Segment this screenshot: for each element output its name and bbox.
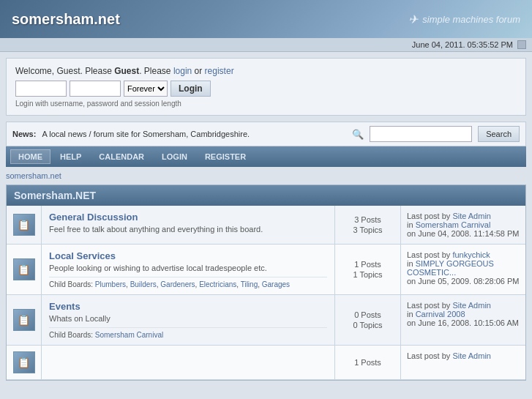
board-posts: 1 Posts	[341, 260, 394, 269]
nav-help[interactable]: HELP	[52, 149, 89, 164]
board-topics: 1 Topics	[341, 270, 394, 279]
board-row: 📋 Events Whats on Locally Child Boards: …	[7, 295, 525, 346]
board-stats-cell: 1 Posts 1 Topics	[335, 245, 401, 294]
login-hint: Login with username, password and sessio…	[15, 100, 517, 108]
login-row: Forever Login	[15, 81, 517, 97]
last-post-in-label: in	[407, 310, 416, 318]
register-link[interactable]: register	[205, 66, 234, 76]
login-link[interactable]: login	[173, 66, 192, 76]
board-name: General Discussion	[49, 212, 327, 223]
board-info-cell	[42, 346, 335, 379]
session-select[interactable]: Forever	[124, 81, 168, 97]
child-board-link[interactable]: Plumbers	[95, 280, 126, 288]
last-post-user[interactable]: Site Admin	[452, 301, 491, 310]
board-info-cell: Events Whats on Locally Child Boards: So…	[42, 295, 335, 345]
smf-logo: ✈ simple machines forum	[408, 12, 520, 26]
board-stats-cell: 1 Posts	[335, 346, 401, 379]
board-icon-cell: 📋	[7, 206, 42, 244]
datetime-text: June 04, 2011. 05:35:52 PM	[412, 40, 513, 49]
last-post-in-label: in	[407, 259, 416, 268]
board-status-icon: 📋	[18, 219, 30, 231]
welcome-label: Welcome, Guest. Please	[15, 66, 114, 76]
board-row: 📋 General Discussion Feel free to talk a…	[7, 206, 525, 245]
last-post-topic[interactable]: Carnival 2008	[416, 310, 465, 318]
board-posts: 1 Posts	[341, 358, 394, 367]
last-post-user[interactable]: Site Admin	[452, 212, 491, 220]
welcome-text: Welcome, Guest. Please Guest. Please log…	[15, 66, 517, 76]
nav-register[interactable]: REGISTER	[197, 149, 254, 164]
last-post-on: on June 04, 2008. 11:14:58 PM	[407, 229, 520, 238]
board-icon-cell: 📋	[7, 346, 42, 379]
board-status-icon: 📋	[18, 314, 30, 326]
nav-calendar[interactable]: CALENDAR	[91, 149, 152, 164]
datetime-bar: June 04, 2011. 05:35:52 PM	[0, 38, 532, 52]
board-last-post-cell: Last post by Site Admin	[401, 346, 525, 379]
search-button[interactable]: Search	[478, 126, 520, 142]
guest-label: Guest	[114, 66, 139, 76]
board-row: 📋 Local Services People looking or wishi…	[7, 245, 525, 295]
nav-login[interactable]: LOGIN	[154, 149, 195, 164]
login-box: Welcome, Guest. Please Guest. Please log…	[6, 58, 526, 116]
last-post-user[interactable]: Site Admin	[452, 351, 491, 360]
board-topics: 0 Topics	[341, 321, 394, 329]
board-name: Local Services	[49, 250, 327, 261]
news-text: A local news / forum site for Somersham,…	[42, 130, 346, 138]
board-row: 📋 1 Posts Last post by Site Admin	[7, 346, 525, 380]
last-post-by-label: Last post by	[407, 212, 452, 220]
board-name-link[interactable]: Local Services	[49, 250, 116, 261]
child-boards-label: Child Boards:	[49, 280, 93, 288]
breadcrumb: somersham.net	[0, 167, 532, 184]
board-posts: 0 Posts	[341, 310, 394, 319]
child-board-link[interactable]: Gardeners	[160, 280, 195, 288]
board-desc: People looking or wishing to advertise l…	[49, 264, 327, 272]
last-post-by-label: Last post by	[407, 301, 452, 310]
search-input[interactable]	[370, 126, 472, 142]
breadcrumb-home[interactable]: somersham.net	[6, 171, 61, 180]
board-topics: 3 Topics	[341, 225, 394, 234]
board-last-post-cell: Last post by Site Admin in Carnival 2008…	[401, 295, 525, 345]
board-icon: 📋	[13, 258, 35, 280]
board-name-link[interactable]: Events	[49, 301, 80, 312]
username-input[interactable]	[15, 81, 67, 97]
board-desc: Feel free to talk about anything and eve…	[49, 225, 327, 234]
login-button[interactable]: Login	[171, 81, 211, 97]
board-stats-cell: 3 Posts 3 Topics	[335, 206, 401, 244]
child-board-link[interactable]: Electricians	[199, 280, 236, 288]
child-boards: Child Boards: Plumbers, Builders, Garden…	[49, 277, 327, 288]
last-post-in-label: in	[407, 220, 416, 229]
board-icon-cell: 📋	[7, 295, 42, 345]
board-last-post-cell: Last post by funkychick in SIMPLY GORGEO…	[401, 245, 525, 294]
last-post-by-label: Last post by	[407, 351, 452, 360]
child-board-link[interactable]: Somersham Carnival	[95, 331, 163, 339]
board-status-icon: 📋	[18, 357, 30, 368]
nav-bar: HOME HELP CALENDAR LOGIN REGISTER	[6, 146, 526, 167]
plane-icon: ✈	[408, 12, 418, 26]
forum-header: Somersham.NET	[7, 185, 525, 206]
last-post-on: on June 05, 2009. 08:28:06 PM	[407, 277, 520, 286]
board-last-post-cell: Last post by Site Admin in Somersham Car…	[401, 206, 525, 244]
last-post-user[interactable]: funkychick	[452, 250, 490, 259]
child-board-link[interactable]: Builders	[130, 280, 157, 288]
board-icon: 📋	[13, 214, 35, 236]
forum-title: Somersham.NET	[14, 190, 96, 201]
last-post-topic[interactable]: SIMPLY GORGEOUS COSMETIC...	[407, 259, 494, 277]
child-boards-label: Child Boards:	[49, 331, 93, 339]
last-post-topic[interactable]: Somersham Carnival	[416, 220, 491, 229]
main-content: Somersham.NET 📋 General Discussion Feel …	[6, 184, 526, 381]
board-posts: 3 Posts	[341, 215, 394, 224]
board-stats-cell: 0 Posts 0 Topics	[335, 295, 401, 345]
news-label: News:	[12, 130, 36, 138]
site-title: somersham.net	[12, 11, 120, 28]
header: somersham.net ✈ simple machines forum	[0, 0, 532, 38]
password-input[interactable]	[70, 81, 121, 97]
child-board-link[interactable]: Garages	[262, 280, 290, 288]
child-board-link[interactable]: Tiling	[241, 280, 258, 288]
minimize-icon[interactable]	[517, 40, 526, 49]
board-desc: Whats on Locally	[49, 314, 327, 323]
board-info-cell: General Discussion Feel free to talk abo…	[42, 206, 335, 244]
nav-home[interactable]: HOME	[10, 149, 50, 164]
board-info-cell: Local Services People looking or wishing…	[42, 245, 335, 294]
board-status-icon: 📋	[18, 264, 30, 275]
board-name-link[interactable]: General Discussion	[49, 212, 138, 223]
board-icon: 📋	[13, 309, 35, 331]
